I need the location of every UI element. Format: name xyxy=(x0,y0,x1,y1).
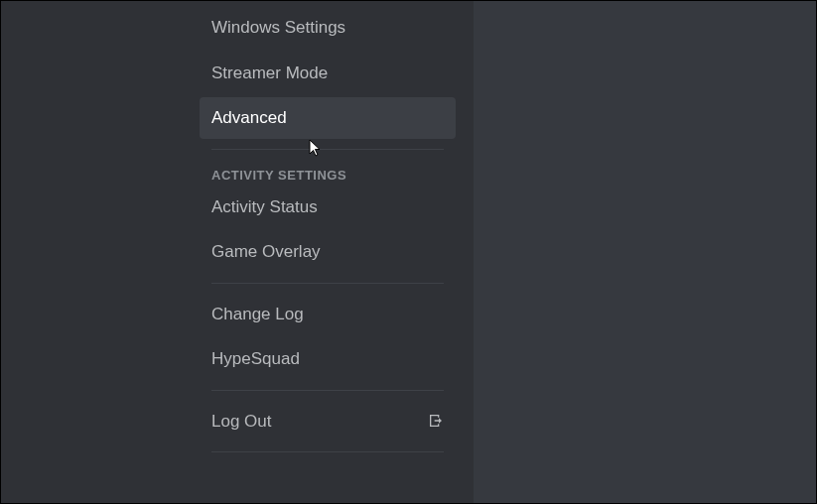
sidebar-item-hypesquad[interactable]: HypeSquad xyxy=(200,338,456,380)
sidebar-item-logout[interactable]: Log Out xyxy=(200,401,456,442)
divider xyxy=(211,283,444,284)
sidebar-item-label: Change Log xyxy=(211,302,304,327)
logout-icon xyxy=(428,413,444,429)
divider xyxy=(211,149,444,150)
sidebar-item-activity-status[interactable]: Activity Status xyxy=(200,187,456,228)
divider xyxy=(211,451,444,452)
divider xyxy=(211,390,444,391)
sidebar-item-label: Windows Settings xyxy=(211,15,345,41)
sidebar-item-windows-settings[interactable]: Windows Settings xyxy=(200,7,456,49)
sidebar-item-change-log[interactable]: Change Log xyxy=(200,294,456,335)
sidebar-item-label: Log Out xyxy=(211,409,272,435)
sidebar-item-advanced[interactable]: Advanced xyxy=(200,97,456,139)
sidebar-item-game-overlay[interactable]: Game Overlay xyxy=(200,231,456,273)
sidebar-item-label: Advanced xyxy=(211,105,287,131)
settings-sidebar: Windows Settings Streamer Mode Advanced … xyxy=(1,1,474,503)
sidebar-item-label: Activity Status xyxy=(211,194,318,220)
sidebar-item-label: Streamer Mode xyxy=(211,61,328,86)
sidebar-item-label: HypeSquad xyxy=(211,346,300,372)
content-area xyxy=(474,1,816,503)
sidebar-header-activity-settings: ACTIVITY SETTINGS xyxy=(200,160,456,187)
sidebar-item-streamer-mode[interactable]: Streamer Mode xyxy=(200,53,456,94)
sidebar-item-label: Game Overlay xyxy=(211,239,321,265)
